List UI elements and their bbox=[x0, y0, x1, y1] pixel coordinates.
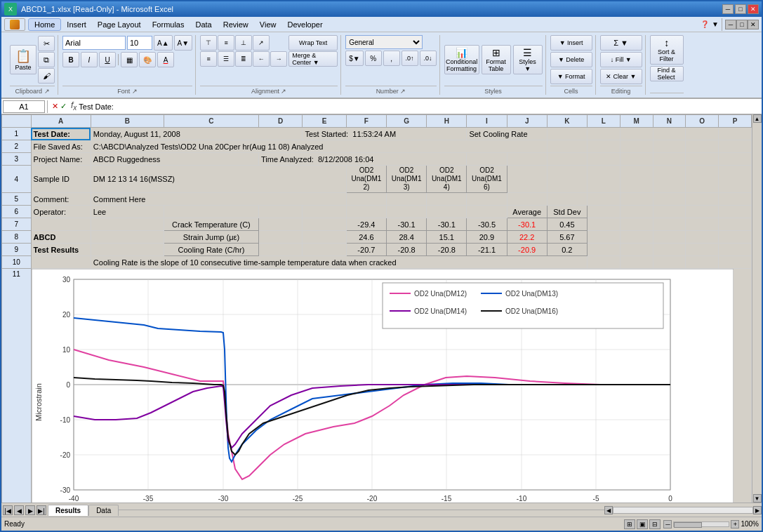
row-header-8[interactable]: 8 bbox=[2, 231, 32, 244]
font-size-input[interactable] bbox=[127, 36, 152, 50]
cell-J4[interactable] bbox=[507, 166, 547, 193]
cell-A9[interactable]: Test Results bbox=[31, 244, 91, 256]
fill-color-button[interactable]: 🎨 bbox=[139, 52, 156, 67]
cell-G8[interactable]: 28.4 bbox=[387, 231, 427, 244]
cell-I7[interactable]: -30.5 bbox=[467, 218, 507, 231]
cell-P9[interactable] bbox=[719, 244, 752, 256]
cell-O2[interactable] bbox=[686, 140, 719, 153]
cell-M6[interactable] bbox=[620, 206, 653, 218]
maximize-button[interactable]: □ bbox=[735, 4, 746, 14]
cell-P2[interactable] bbox=[719, 140, 752, 153]
cell-P7[interactable] bbox=[719, 218, 752, 231]
cell-L1[interactable] bbox=[587, 128, 620, 140]
cell-M9[interactable] bbox=[620, 244, 653, 256]
cell-D6[interactable] bbox=[259, 206, 303, 218]
cell-N7[interactable] bbox=[653, 218, 686, 231]
row-header-6[interactable]: 6 bbox=[2, 206, 32, 218]
cell-K1[interactable] bbox=[547, 128, 587, 140]
cell-B9[interactable] bbox=[91, 244, 164, 256]
cell-E1[interactable]: Test Started: 11:53:24 AM bbox=[303, 128, 467, 140]
sum-button[interactable]: Σ ▼ bbox=[600, 35, 642, 51]
formula-confirm-button[interactable]: ✓ bbox=[60, 102, 67, 111]
cell-F6[interactable] bbox=[346, 206, 386, 218]
cell-F8[interactable]: 24.6 bbox=[346, 231, 386, 244]
cell-B7[interactable] bbox=[91, 218, 164, 231]
cell-E6[interactable] bbox=[303, 206, 346, 218]
cell-I4[interactable]: OD2Una(DM16) bbox=[467, 166, 507, 193]
minimize-button[interactable]: ─ bbox=[722, 4, 734, 14]
cell-O3[interactable] bbox=[686, 153, 719, 166]
cell-K4[interactable] bbox=[547, 166, 587, 193]
increase-decimal-button[interactable]: .0↑ bbox=[402, 51, 418, 66]
cell-D8[interactable] bbox=[259, 231, 303, 244]
cell-O9[interactable] bbox=[686, 244, 719, 256]
col-header-H[interactable]: H bbox=[427, 115, 467, 128]
cell-B6[interactable]: Lee bbox=[91, 206, 164, 218]
scroll-down-button[interactable]: ▼ bbox=[753, 494, 762, 503]
cell-N2[interactable] bbox=[653, 140, 686, 153]
menu-item-insert[interactable]: Insert bbox=[61, 19, 92, 30]
cell-M7[interactable] bbox=[620, 218, 653, 231]
cell-F7[interactable]: -29.4 bbox=[346, 218, 386, 231]
align-left-button[interactable]: ≡ bbox=[200, 51, 217, 67]
window-restore[interactable]: □ bbox=[736, 20, 748, 29]
vertical-scrollbar[interactable]: ▲ ▼ bbox=[752, 114, 762, 503]
insert-button[interactable]: ▼ Insert bbox=[550, 35, 592, 51]
cell-B1[interactable]: Monday, August 11, 2008 bbox=[91, 128, 303, 140]
cell-C6[interactable] bbox=[164, 206, 258, 218]
cell-P6[interactable] bbox=[719, 206, 752, 218]
cell-P5[interactable] bbox=[719, 193, 752, 206]
cell-L4[interactable] bbox=[587, 166, 620, 193]
close-button[interactable]: ✕ bbox=[748, 4, 759, 14]
col-header-D[interactable]: D bbox=[259, 115, 303, 128]
cell-reference-box[interactable] bbox=[3, 100, 45, 113]
copy-button[interactable]: ⧉ bbox=[38, 52, 55, 67]
cell-K2[interactable] bbox=[547, 140, 587, 153]
menu-item-page-layout[interactable]: Page Layout bbox=[92, 19, 147, 30]
cell-G7[interactable]: -30.1 bbox=[387, 218, 427, 231]
window-minimize[interactable]: ─ bbox=[725, 20, 736, 29]
formula-input[interactable] bbox=[79, 100, 760, 113]
fill-button[interactable]: ↓ Fill ▼ bbox=[600, 52, 642, 67]
cell-L5[interactable] bbox=[587, 193, 620, 206]
cell-L10[interactable] bbox=[587, 256, 620, 269]
underline-button[interactable]: U bbox=[99, 52, 116, 67]
cell-E9[interactable] bbox=[303, 244, 346, 256]
cell-I3[interactable] bbox=[467, 153, 507, 166]
cell-M3[interactable] bbox=[620, 153, 653, 166]
cell-J7[interactable]: -30.1 bbox=[507, 218, 547, 231]
font-name-input[interactable] bbox=[62, 36, 126, 50]
cell-O6[interactable] bbox=[686, 206, 719, 218]
row-header-3[interactable]: 3 bbox=[2, 153, 32, 166]
cell-N8[interactable] bbox=[653, 231, 686, 244]
cell-C7[interactable]: Crack Temperature (C) bbox=[164, 218, 258, 231]
office-button[interactable] bbox=[4, 18, 25, 31]
cell-C9[interactable]: Cooling Rate (C/hr) bbox=[164, 244, 258, 256]
cell-F4[interactable]: OD2Una(DM12) bbox=[346, 166, 386, 193]
orientation-button[interactable]: ↗ bbox=[253, 35, 270, 51]
font-increase-button[interactable]: A▲ bbox=[154, 35, 173, 51]
font-color-button[interactable]: A bbox=[157, 52, 174, 67]
cell-K3[interactable] bbox=[547, 153, 587, 166]
next-sheet-button[interactable]: ▶ bbox=[25, 505, 35, 515]
cell-M4[interactable] bbox=[620, 166, 653, 193]
zoom-in-button[interactable]: + bbox=[731, 520, 739, 528]
last-sheet-button[interactable]: ▶| bbox=[37, 505, 46, 515]
cell-F5[interactable] bbox=[346, 193, 386, 206]
col-header-A[interactable]: A bbox=[31, 115, 91, 128]
cell-F9[interactable]: -20.7 bbox=[346, 244, 386, 256]
cell-H8[interactable]: 15.1 bbox=[427, 231, 467, 244]
col-header-C[interactable]: C bbox=[164, 115, 258, 128]
col-header-I[interactable]: I bbox=[467, 115, 507, 128]
number-format-select[interactable]: General Number Currency Date bbox=[345, 35, 423, 49]
cell-P8[interactable] bbox=[719, 231, 752, 244]
cell-M10[interactable] bbox=[620, 256, 653, 269]
cell-I5[interactable] bbox=[467, 193, 507, 206]
cell-I6[interactable] bbox=[467, 206, 507, 218]
cell-N1[interactable] bbox=[653, 128, 686, 140]
row-header-1[interactable]: 1 bbox=[2, 128, 32, 140]
align-middle-button[interactable]: ≡ bbox=[218, 35, 234, 51]
merge-center-button[interactable]: Merge & Center ▼ bbox=[288, 51, 338, 67]
menu-item-review[interactable]: Review bbox=[218, 19, 254, 30]
cell-H9[interactable]: -20.8 bbox=[427, 244, 467, 256]
